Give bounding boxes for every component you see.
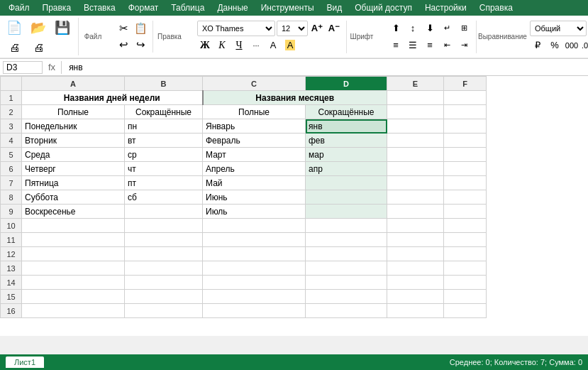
menu-tools[interactable]: Инструменты: [255, 1, 320, 14]
print-button[interactable]: 🖨: [27, 38, 50, 55]
cut-button[interactable]: ✂: [116, 21, 131, 36]
wrap-text-button[interactable]: ↵: [439, 21, 455, 36]
formula-input[interactable]: [65, 62, 585, 72]
italic-button[interactable]: К: [214, 38, 230, 53]
cell-A9[interactable]: Воскресенье: [22, 205, 125, 219]
menu-insert[interactable]: Вставка: [78, 1, 121, 14]
cell-F1[interactable]: [444, 91, 487, 105]
cell-B7[interactable]: пт: [125, 176, 203, 190]
cell-D8[interactable]: [306, 190, 387, 205]
cell-C6[interactable]: Апрель: [203, 162, 306, 176]
cell-E3[interactable]: [387, 119, 444, 134]
menu-edit[interactable]: Правка: [37, 1, 77, 14]
menu-format[interactable]: Формат: [123, 1, 165, 14]
print-preview-button[interactable]: 🖨: [3, 38, 26, 55]
cell-E5[interactable]: [387, 148, 444, 162]
cell-F3[interactable]: [444, 119, 487, 134]
cell-A2[interactable]: Полные: [22, 105, 125, 119]
cell-D9[interactable]: ↓ 𝄞: [306, 205, 387, 219]
new-button[interactable]: 📄: [3, 18, 26, 38]
decrease-font-button[interactable]: A⁻: [326, 21, 342, 36]
cell-F8[interactable]: [444, 190, 487, 205]
cell-C7[interactable]: Май: [203, 176, 306, 190]
cell-F5[interactable]: [444, 148, 487, 162]
increase-indent-button[interactable]: ⇥: [456, 38, 472, 53]
cell-A7[interactable]: Пятница: [22, 176, 125, 190]
cell-E10[interactable]: [387, 219, 444, 233]
cell-C3[interactable]: Январь: [203, 119, 306, 134]
thousands-button[interactable]: 000: [564, 38, 579, 53]
cell-E7[interactable]: [387, 176, 444, 190]
cell-D7[interactable]: [306, 176, 387, 190]
menu-file[interactable]: Файл: [3, 1, 35, 14]
cell-A1[interactable]: Названия дней недели: [22, 91, 203, 105]
bold-button[interactable]: Ж: [197, 38, 213, 53]
cell-E4[interactable]: [387, 134, 444, 148]
cell-D5[interactable]: мар: [306, 148, 387, 162]
font-size-select[interactable]: 12: [277, 21, 308, 36]
menu-table[interactable]: Таблица: [165, 1, 210, 14]
cell-B10[interactable]: [125, 219, 203, 233]
increase-decimal-button[interactable]: .0→: [581, 38, 588, 53]
cell-C9[interactable]: Июль: [203, 205, 306, 219]
cell-F9[interactable]: [444, 205, 487, 219]
cell-B8[interactable]: сб: [125, 190, 203, 205]
col-header-B[interactable]: B: [125, 77, 203, 91]
align-bottom-button[interactable]: ⬇: [422, 21, 438, 36]
cell-A11[interactable]: [22, 233, 125, 247]
menu-data[interactable]: Данные: [211, 1, 253, 14]
cell-D4[interactable]: фев: [306, 134, 387, 148]
more-font-button[interactable]: ···: [248, 38, 264, 53]
cell-A3[interactable]: Понедельник: [22, 119, 125, 134]
cell-B9[interactable]: [125, 205, 203, 219]
cell-C1[interactable]: Названия месяцев: [203, 91, 387, 105]
cell-E2[interactable]: [387, 105, 444, 119]
cell-F7[interactable]: [444, 176, 487, 190]
menu-settings[interactable]: Настройки: [419, 1, 472, 14]
cell-E6[interactable]: [387, 162, 444, 176]
number-format-select[interactable]: Общий: [530, 21, 587, 36]
font-name-select[interactable]: XO Thames: [197, 21, 275, 36]
align-right-button[interactable]: ≡: [422, 38, 438, 53]
cell-B2[interactable]: Сокращённые: [125, 105, 203, 119]
cell-F2[interactable]: [444, 105, 487, 119]
highlight-button[interactable]: A: [282, 38, 298, 53]
undo-button[interactable]: ↩: [116, 37, 131, 53]
align-left-button[interactable]: ≡: [388, 38, 404, 53]
merge-center-button[interactable]: ⊞: [456, 21, 472, 36]
cell-B4[interactable]: вт: [125, 134, 203, 148]
cell-F10[interactable]: [444, 219, 487, 233]
spreadsheet-container[interactable]: A B C D E F 1 Названия дней недели Назва…: [0, 76, 588, 336]
col-header-F[interactable]: F: [444, 77, 487, 91]
col-header-A[interactable]: A: [22, 77, 125, 91]
cell-C5[interactable]: Март: [203, 148, 306, 162]
cell-D3[interactable]: янв: [306, 119, 387, 134]
cell-D10[interactable]: [306, 219, 387, 233]
cell-D6[interactable]: апр: [306, 162, 387, 176]
cell-C8[interactable]: Июнь: [203, 190, 306, 205]
increase-font-button[interactable]: A⁺: [309, 21, 325, 36]
redo-button[interactable]: ↪: [133, 37, 148, 53]
align-middle-button[interactable]: ↕: [405, 21, 421, 36]
percent-button[interactable]: %: [547, 38, 562, 53]
decrease-indent-button[interactable]: ⇤: [439, 38, 455, 53]
align-top-button[interactable]: ⬆: [388, 21, 404, 36]
cell-A5[interactable]: Среда: [22, 148, 125, 162]
open-button[interactable]: 📂: [27, 18, 50, 38]
menu-view[interactable]: Вид: [321, 1, 348, 14]
cell-B3[interactable]: пн: [125, 119, 203, 134]
cell-C10[interactable]: [203, 219, 306, 233]
paste-button[interactable]: 📋: [133, 21, 148, 36]
col-header-E[interactable]: E: [387, 77, 444, 91]
cell-F4[interactable]: [444, 134, 487, 148]
cell-E9[interactable]: [387, 205, 444, 219]
cell-B5[interactable]: ср: [125, 148, 203, 162]
cell-E1[interactable]: [387, 91, 444, 105]
col-header-D[interactable]: D: [306, 77, 387, 91]
currency-button[interactable]: ₽: [530, 38, 545, 53]
cell-D2[interactable]: Сокращённые: [306, 105, 387, 119]
cell-A10[interactable]: [22, 219, 125, 233]
col-header-C[interactable]: C: [203, 77, 306, 91]
cell-C4[interactable]: Февраль: [203, 134, 306, 148]
font-color-button[interactable]: A: [265, 38, 281, 53]
